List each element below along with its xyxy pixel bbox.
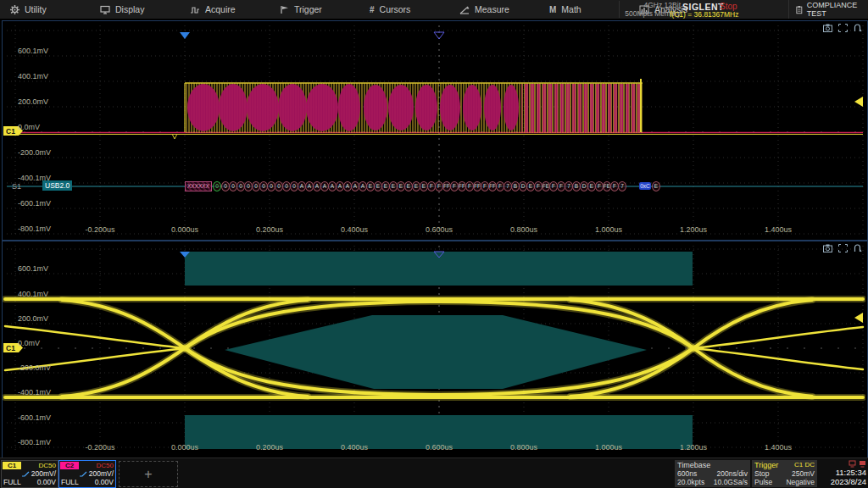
- y-axis-label: 600.1mV: [18, 47, 48, 55]
- acquire-icon: [190, 5, 200, 14]
- x-axis-label: 1.200us: [668, 443, 719, 452]
- y-axis-label: -800.1mV: [18, 225, 51, 233]
- clock-date: 2023/8/24: [819, 477, 866, 486]
- add-trace-button[interactable]: +: [119, 461, 178, 487]
- c2-bandwidth: FULL: [61, 478, 79, 486]
- eye-diagram-plot[interactable]: C1 600.1mV400.1mV200.0mV0.0mV-200.0mV-40…: [2, 241, 868, 459]
- gear-icon: [10, 5, 19, 14]
- waveform-plot-top[interactable]: C1 600.1mV400.1mV200.0mV0.0mV-200.0mV-40…: [2, 20, 868, 241]
- x-axis-label: 1.400us: [753, 443, 804, 452]
- channel-box-c2[interactable]: C2 DC50 200mV/ FULL 0.00V: [58, 460, 116, 488]
- c2-badge: C2: [60, 462, 79, 469]
- x-axis-label: 0.000us: [159, 443, 210, 452]
- menu-utility[interactable]: Utility: [0, 0, 90, 19]
- c2-scale: 200mV/: [89, 469, 114, 478]
- menu-math[interactable]: M Math: [539, 0, 629, 19]
- timebase-box[interactable]: Timebase 600ns 200ns/div 20.0kpts 10.0GS…: [675, 460, 750, 487]
- y-axis-label: -800.1mV: [18, 438, 51, 446]
- y-axis-label: 400.1mV: [18, 72, 48, 80]
- fullscreen-icon[interactable]: [838, 24, 848, 32]
- menu-measure-label: Measure: [475, 4, 509, 14]
- y-axis-label: -200.0mV: [18, 148, 51, 157]
- x-axis-label: 1.000us: [583, 225, 634, 234]
- decode-address-token: 0xC: [639, 182, 651, 190]
- menu-measure[interactable]: Measure: [449, 0, 539, 19]
- channel-box-c1[interactable]: C1 DC50 200mV/ FULL 0.00V: [1, 460, 58, 488]
- menu-display-label: Display: [115, 4, 144, 14]
- popout-icon[interactable]: [854, 244, 862, 252]
- y-axis-label: -400.1mV: [18, 388, 51, 396]
- x-axis-label: 0.800us: [498, 443, 549, 452]
- trigger-slope: Negative: [786, 478, 815, 486]
- frequency-readout: f(C1) = 36.81367MHz: [670, 10, 739, 19]
- decode-start-token: 0: [213, 181, 221, 191]
- slope-icon: [22, 471, 30, 477]
- y-axis-label: 0.0mV: [18, 123, 40, 131]
- timebase-title: Timebase: [677, 461, 710, 469]
- x-axis-label: 0.400us: [329, 443, 380, 452]
- x-axis-label: -0.200us: [75, 443, 125, 452]
- decode-end-token: E: [652, 181, 660, 191]
- slope-icon: [80, 471, 87, 477]
- decode-unknown-block: XXXXXX: [185, 181, 212, 191]
- acq-bandwidth: 4GHz 12Bit: [620, 1, 681, 9]
- c1-bandwidth: FULL: [3, 478, 21, 486]
- menu-cursors[interactable]: # Cursors: [359, 0, 449, 19]
- x-axis-label: 0.600us: [414, 443, 465, 452]
- x-axis-label: 0.800us: [498, 225, 549, 234]
- bus-type-label[interactable]: USB2.0: [42, 180, 72, 191]
- math-icon: M: [549, 5, 556, 14]
- trigger-state: Stop: [754, 469, 770, 478]
- status-bar: C1 DC50 200mV/ FULL 0.00V C2 DC50 200mV/…: [0, 458, 868, 488]
- cursors-icon: #: [370, 5, 375, 14]
- x-axis-label: 1.000us: [583, 443, 634, 452]
- timebase-points: 20.0kpts: [677, 478, 704, 486]
- timebase-scale: 200ns/div: [717, 469, 748, 478]
- x-axis-label: 1.200us: [668, 225, 719, 234]
- menu-utility-label: Utility: [25, 4, 47, 14]
- decode-result-row: XXXXXX 0 0000000000AAAAAAAAAEEEEEEEEFFFF…: [185, 180, 659, 191]
- y-axis-label: 200.0mV: [18, 314, 48, 323]
- remote-icon: [859, 460, 866, 468]
- compliance-test-label: COMPLIANCE TEST: [807, 1, 868, 18]
- x-axis-label: 0.000us: [159, 225, 210, 234]
- trigger-position-marker[interactable]: [180, 32, 190, 39]
- x-axis-label: 0.400us: [329, 225, 380, 234]
- menu-acquire[interactable]: Acquire: [180, 0, 270, 19]
- x-axis-label: 0.200us: [244, 443, 295, 452]
- menu-display[interactable]: Display: [90, 0, 180, 19]
- network-status-icons: [819, 460, 866, 468]
- svg-text:C1: C1: [6, 344, 15, 352]
- menu-acquire-label: Acquire: [205, 4, 236, 14]
- trigger-title: Trigger: [754, 461, 778, 469]
- trigger-type: Pulse: [754, 478, 772, 486]
- trigger-source: C1 DC: [794, 461, 815, 469]
- menu-cursors-label: Cursors: [380, 4, 411, 14]
- top-panel-tools: [823, 24, 862, 32]
- camera-icon[interactable]: [823, 244, 832, 252]
- trigger-box[interactable]: Trigger C1 DC Stop 250mV Pulse Negative: [752, 460, 817, 487]
- flag-icon: [280, 5, 289, 14]
- x-axis-label: -0.200us: [75, 225, 125, 234]
- top-plot-canvas: C1: [3, 21, 865, 238]
- fullscreen-icon[interactable]: [838, 244, 848, 252]
- y-axis-label: 400.1mV: [18, 290, 48, 298]
- y-axis-label: -600.1mV: [18, 199, 51, 208]
- c1-offset: 0.00V: [37, 478, 56, 486]
- c1-coupling: DC50: [39, 462, 56, 469]
- x-axis-label: 1.400us: [753, 225, 804, 234]
- measure-icon: [459, 5, 470, 14]
- oscilloscope-screen: { "menu": { "items": [ {"label": "Utilit…: [0, 0, 868, 488]
- timebase-delay: 600ns: [677, 469, 697, 478]
- lan-icon: [849, 460, 856, 468]
- timebase-rate: 10.0GSa/s: [714, 478, 748, 486]
- menu-trigger[interactable]: Trigger: [270, 0, 359, 19]
- trigger-level-marker[interactable]: [854, 97, 863, 107]
- menu-trigger-label: Trigger: [294, 4, 322, 14]
- y-axis-label: 0.0mV: [18, 339, 40, 347]
- trigger-level-marker[interactable]: [854, 313, 863, 323]
- popout-icon[interactable]: [854, 24, 862, 32]
- camera-icon[interactable]: [823, 24, 832, 32]
- menu-math-label: Math: [561, 4, 581, 14]
- compliance-test-button[interactable]: COMPLIANCE TEST: [788, 0, 868, 19]
